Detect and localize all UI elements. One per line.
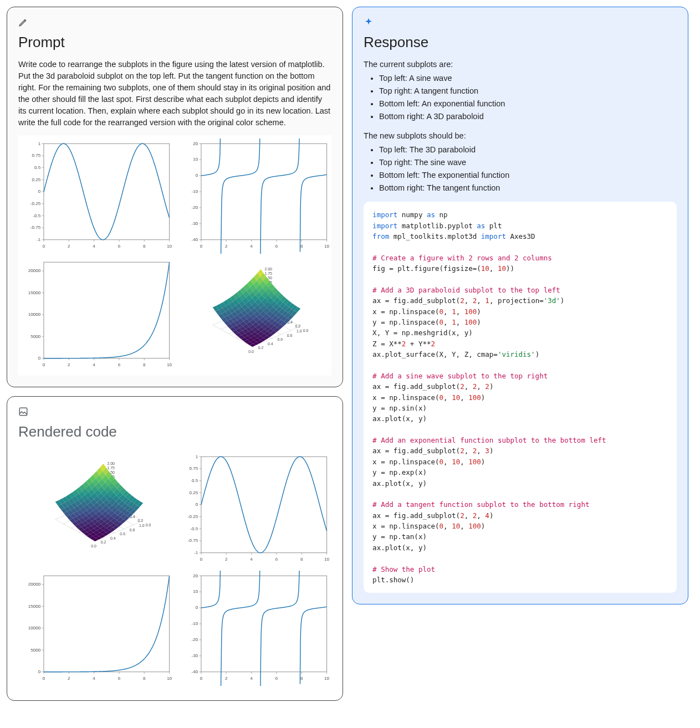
svg-text:2: 2	[225, 244, 228, 249]
prompt-heading: Prompt	[18, 34, 331, 51]
svg-text:-0.25: -0.25	[30, 201, 41, 206]
svg-text:2.00: 2.00	[107, 462, 115, 466]
svg-text:10: 10	[193, 157, 198, 162]
svg-text:-0.5: -0.5	[33, 213, 40, 218]
svg-text:6: 6	[118, 244, 121, 249]
svg-text:0: 0	[43, 244, 45, 249]
svg-text:0: 0	[38, 189, 41, 194]
list-item: Top left: The 3D paraboloid	[379, 144, 677, 156]
svg-text:-0.75: -0.75	[30, 225, 41, 230]
svg-text:10: 10	[324, 557, 329, 562]
svg-text:1: 1	[195, 454, 198, 459]
rendered-figure: 0.000.250.500.751.001.251.501.752.000.00…	[18, 448, 331, 689]
svg-text:-20: -20	[191, 205, 198, 210]
svg-text:0.75: 0.75	[32, 153, 40, 158]
svg-text:0.2: 0.2	[101, 540, 106, 544]
svg-text:-1: -1	[37, 237, 41, 242]
svg-text:0: 0	[195, 503, 198, 507]
svg-text:2: 2	[225, 675, 228, 680]
svg-text:10000: 10000	[28, 312, 41, 317]
svg-text:1: 1	[38, 141, 41, 146]
svg-text:0: 0	[38, 669, 41, 674]
svg-text:2: 2	[68, 675, 70, 680]
prompt-figure: 0246810-1-0.75-0.5-0.2500.250.50.7510246…	[18, 135, 331, 376]
prompt-card: Prompt Write code to rearrange the subpl…	[7, 7, 343, 387]
svg-text:0.25: 0.25	[32, 177, 40, 182]
svg-text:8: 8	[300, 675, 303, 680]
list-item: Top right: A tangent function	[379, 85, 677, 97]
sparkle-icon	[364, 17, 374, 29]
svg-text:-40: -40	[191, 237, 198, 242]
svg-text:2: 2	[68, 362, 70, 367]
svg-text:10000: 10000	[28, 626, 41, 630]
svg-text:10: 10	[324, 675, 329, 680]
svg-text:0: 0	[38, 356, 41, 361]
svg-text:15000: 15000	[28, 290, 41, 295]
svg-text:6: 6	[275, 675, 278, 680]
svg-text:0.2: 0.2	[137, 519, 143, 523]
svg-text:1.75: 1.75	[107, 466, 115, 470]
svg-rect-114	[19, 408, 27, 416]
svg-text:0.0: 0.0	[303, 329, 308, 333]
plot-tangent: 0246810-40-30-20-1001020	[177, 571, 331, 686]
svg-text:-30: -30	[191, 653, 198, 658]
svg-text:15000: 15000	[28, 603, 41, 608]
svg-text:4: 4	[93, 244, 95, 249]
response-heading: Response	[364, 34, 677, 51]
svg-text:10: 10	[167, 675, 172, 680]
svg-text:6: 6	[118, 362, 121, 367]
rendered-card: Rendered code 0.000.250.500.751.001.251.…	[7, 396, 343, 700]
svg-text:6: 6	[118, 675, 121, 680]
svg-text:0.0: 0.0	[248, 350, 254, 354]
svg-text:8: 8	[143, 362, 146, 367]
svg-text:10: 10	[324, 244, 329, 249]
svg-text:0.0: 0.0	[146, 524, 151, 527]
svg-text:1.0: 1.0	[297, 330, 302, 334]
svg-text:8: 8	[300, 244, 303, 249]
svg-text:4: 4	[93, 362, 95, 367]
plot-exponential: 024681005000100001500020000	[19, 571, 173, 686]
svg-text:10: 10	[167, 244, 172, 249]
list-item: Top right: The sine wave	[379, 157, 677, 168]
svg-text:20000: 20000	[28, 269, 41, 274]
svg-text:-0.5: -0.5	[190, 526, 198, 531]
response-body: The current subplots are: Top left: A si…	[364, 59, 677, 194]
response-card: Response The current subplots are: Top l…	[352, 7, 688, 604]
svg-text:-10: -10	[191, 621, 198, 626]
svg-text:0: 0	[195, 605, 198, 610]
current-label: The current subplots are:	[364, 59, 677, 70]
svg-text:0.8: 0.8	[287, 334, 292, 337]
plot-exponential: 024681005000100001500020000	[19, 257, 173, 372]
rendered-heading: Rendered code	[18, 423, 331, 440]
svg-text:1.75: 1.75	[264, 272, 272, 276]
svg-text:0.8: 0.8	[130, 528, 135, 532]
svg-rect-0	[44, 143, 170, 239]
svg-text:-20: -20	[191, 637, 198, 642]
svg-text:6: 6	[275, 557, 278, 562]
svg-text:2: 2	[68, 244, 70, 249]
svg-text:-1: -1	[194, 550, 198, 555]
svg-text:6: 6	[275, 244, 278, 249]
svg-text:0: 0	[200, 557, 202, 562]
svg-text:-30: -30	[191, 221, 198, 226]
svg-text:8: 8	[300, 557, 303, 562]
prompt-body: Write code to rearrange the subplots in …	[18, 59, 331, 129]
svg-text:0.6: 0.6	[120, 532, 125, 536]
svg-text:8: 8	[143, 244, 146, 249]
svg-text:-10: -10	[191, 189, 198, 194]
svg-text:20000: 20000	[28, 582, 41, 587]
svg-text:0.75: 0.75	[189, 466, 198, 471]
svg-text:-0.75: -0.75	[187, 539, 198, 544]
list-item: Top left: A sine wave	[379, 73, 677, 84]
svg-text:5000: 5000	[30, 647, 40, 652]
svg-text:0.25: 0.25	[189, 490, 198, 495]
svg-text:4: 4	[250, 557, 253, 562]
plot-sine: 0246810-1-0.75-0.5-0.2500.250.50.751	[177, 452, 331, 567]
svg-text:0: 0	[195, 173, 198, 178]
svg-text:4: 4	[93, 675, 95, 680]
current-list: Top left: A sine waveTop right: A tangen…	[379, 73, 677, 122]
svg-text:0.0: 0.0	[91, 545, 96, 548]
svg-rect-148	[201, 457, 326, 553]
code-block: import numpy as np import matplotlib.pyp…	[364, 202, 677, 593]
svg-text:0: 0	[200, 244, 202, 249]
